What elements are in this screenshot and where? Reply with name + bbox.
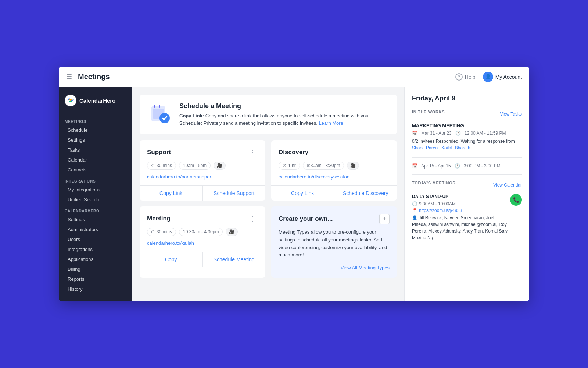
sidebar-item-contacts[interactable]: Contacts	[59, 165, 132, 175]
copy-link-desc: Copy and share a link that allows anyone…	[205, 113, 370, 118]
help-label: Help	[465, 74, 476, 80]
card-title-discovery: Discovery	[279, 149, 308, 156]
card-link-discovery[interactable]: calendarhero.to/discoverysession	[279, 174, 390, 180]
copy-link-btn-support[interactable]: Copy Link	[140, 186, 203, 201]
card-menu-discovery[interactable]: ⋮	[379, 148, 390, 157]
marketing-meeting-meta: 📅 Mar 31 - Apr 23 🕐 12:00 AM - 11:59 PM	[412, 131, 522, 136]
video-icon-discovery: 🎥	[347, 162, 359, 170]
sidebar-item-schedule[interactable]: Schedule	[59, 125, 132, 135]
sidebar-item-users[interactable]: Users	[59, 234, 132, 244]
logo-icon	[65, 95, 76, 106]
second-event-clock-icon: 🕐	[455, 163, 460, 169]
card-header-discovery: Discovery ⋮	[279, 148, 390, 157]
card-link-meeting[interactable]: calendarhero.to/kailah	[147, 240, 258, 246]
card-menu-support[interactable]: ⋮	[247, 148, 258, 157]
account-button[interactable]: 👤 My Account	[483, 72, 522, 82]
banner-content: Schedule a Meeting Copy Link: Copy and s…	[179, 102, 370, 127]
right-panel: Friday, April 9 IN THE WORKS... View Tas…	[404, 87, 529, 301]
sidebar-section-calendarhero: CALENDARHERO Settings Administrators Use…	[59, 205, 132, 294]
sidebar-item-settings[interactable]: Settings	[59, 215, 132, 224]
sidebar-item-unified-search[interactable]: Unified Search	[59, 195, 132, 205]
card-meta-support: ⏱ 30 mins 10am - 5pm 🎥	[147, 162, 258, 170]
sidebar-item-tasks[interactable]: Tasks	[59, 145, 132, 155]
video-icon-support: 🎥	[214, 162, 226, 170]
todays-meetings-header: TODAY'S MEETINGS View Calendar	[412, 181, 522, 190]
svg-point-1	[69, 99, 72, 101]
view-calendar-link[interactable]: View Calendar	[493, 183, 522, 188]
video-icon-meeting: 🎥	[226, 228, 238, 236]
card-header-meeting: Meeting ⋮	[147, 214, 258, 223]
daily-standup-attendees: 👤 Jill Renwick, Naveen Sreedharan, Joel …	[412, 215, 510, 241]
card-meta-meeting: ⏱ 30 mins 10:30am - 4:30pm 🎥	[147, 228, 258, 236]
main-content: Schedule a Meeting Copy Link: Copy and s…	[132, 87, 404, 301]
account-label: My Account	[495, 74, 522, 80]
logo-text: CalendarHero	[79, 98, 115, 104]
card-menu-meeting[interactable]: ⋮	[247, 214, 258, 223]
card-link-support[interactable]: calendarhero.to/partnersupport	[147, 174, 258, 180]
clock-icon-panel: 🕐	[455, 131, 461, 136]
svg-rect-6	[159, 105, 160, 108]
card-actions-discovery: Copy Link Schedule Discovery	[271, 185, 397, 201]
sidebar-section-meetings: MEETINGS Schedule Settings Tasks Calenda…	[59, 115, 132, 175]
sidebar-section-integrations: INTEGRATIONS My Integrations Unified Sea…	[59, 175, 132, 205]
marketing-meeting-title: MARKETING MEETING	[412, 123, 522, 128]
second-event-date: Apr 15 - Apr 15	[421, 163, 451, 169]
second-event-date-icon: 📅	[412, 163, 417, 169]
schedule-desc: Privately send a meeting invitation to s…	[204, 120, 318, 126]
join-call-button[interactable]: 📞	[510, 194, 522, 206]
view-all-meeting-types-link[interactable]: View All Meeting Types	[341, 265, 390, 270]
create-card-description: Meeting Types allow you to pre-configure…	[279, 229, 390, 259]
standup-clock-icon: 🕐	[412, 201, 417, 206]
in-the-works-label: IN THE WORKS...	[412, 110, 449, 114]
schedule-support-btn[interactable]: Schedule Support	[203, 186, 266, 201]
panel-date: Friday, April 9	[412, 95, 522, 102]
app-body: CalendarHero MEETINGS Schedule Settings …	[59, 87, 529, 301]
cards-grid: Support ⋮ ⏱ 30 mins 10am - 5pm 🎥 calen	[140, 140, 397, 278]
create-plus-button[interactable]: +	[379, 214, 390, 224]
sidebar-item-integrations[interactable]: Integrations	[59, 244, 132, 254]
card-title-support: Support	[147, 149, 171, 156]
duration-badge-discovery: ⏱ 1 hr	[279, 162, 300, 170]
marketing-meeting-event: MARKETING MEETING 📅 Mar 31 - Apr 23 🕐 12…	[412, 123, 522, 151]
daily-standup-time: 🕐 9:30AM - 10:00AM	[412, 201, 510, 206]
meeting-names-link[interactable]: Shane Parent, Kailah Bharath	[412, 145, 470, 151]
schedule-banner: Schedule a Meeting Copy Link: Copy and s…	[140, 95, 397, 134]
help-button[interactable]: ? Help	[455, 73, 476, 81]
standup-zoom-link[interactable]: https://zoom.us/j/4933	[419, 208, 462, 213]
schedule-discovery-btn[interactable]: Schedule Discovery	[334, 186, 397, 201]
sidebar-item-applications[interactable]: Applications	[59, 254, 132, 264]
sidebar-logo: CalendarHero	[59, 95, 132, 115]
meeting-status-text: 0/2 Invitees Responded. Waiting for a re…	[412, 139, 515, 144]
second-event-time: 3:00 PM - 3:00 PM	[464, 163, 501, 169]
page-title: Meetings	[78, 72, 455, 81]
copy-btn-meeting[interactable]: Copy	[140, 252, 203, 267]
daily-standup-row: DAILY STAND-UP 🕐 9:30AM - 10:00AM 📍 http…	[412, 194, 522, 241]
standup-location-icon: 📍	[412, 208, 417, 213]
schedule-meeting-btn[interactable]: Schedule Meeting	[203, 252, 266, 267]
daily-standup-title: DAILY STAND-UP	[412, 194, 510, 199]
time-range-badge-discovery: 8:30am - 3:30pm	[303, 162, 344, 170]
copy-link-btn-discovery[interactable]: Copy Link	[271, 186, 334, 201]
banner-icon	[148, 102, 172, 127]
sidebar-item-reports[interactable]: Reports	[59, 274, 132, 284]
clock-icon-discovery: ⏱	[283, 163, 287, 168]
view-tasks-link[interactable]: View Tasks	[500, 112, 522, 117]
sidebar-item-calendar[interactable]: Calendar	[59, 155, 132, 165]
sidebar: CalendarHero MEETINGS Schedule Settings …	[59, 87, 132, 301]
header-actions: ? Help 👤 My Account	[455, 72, 522, 82]
marketing-meeting-time: 12:00 AM - 11:59 PM	[465, 131, 506, 136]
sidebar-item-settings-meetings[interactable]: Settings	[59, 135, 132, 145]
sidebar-item-administrators[interactable]: Administrators	[59, 224, 132, 234]
create-card: Create your own... + Meeting Types allow…	[271, 206, 397, 278]
panel-divider-1	[412, 157, 522, 158]
sidebar-section-label-calendarhero: CALENDARHERO	[59, 205, 132, 215]
daily-standup-info: DAILY STAND-UP 🕐 9:30AM - 10:00AM 📍 http…	[412, 194, 510, 241]
menu-icon[interactable]: ☰	[66, 73, 72, 81]
sidebar-item-billing[interactable]: Billing	[59, 264, 132, 274]
sidebar-item-my-integrations[interactable]: My Integrations	[59, 185, 132, 195]
learn-more-link[interactable]: Learn More	[319, 120, 343, 126]
marketing-meeting-desc: 0/2 Invitees Responded. Waiting for a re…	[412, 138, 522, 151]
time-range-badge-meeting: 10:30am - 4:30pm	[179, 228, 223, 236]
sidebar-item-history[interactable]: History	[59, 284, 132, 294]
app-header: ☰ Meetings ? Help 👤 My Account	[59, 67, 529, 87]
